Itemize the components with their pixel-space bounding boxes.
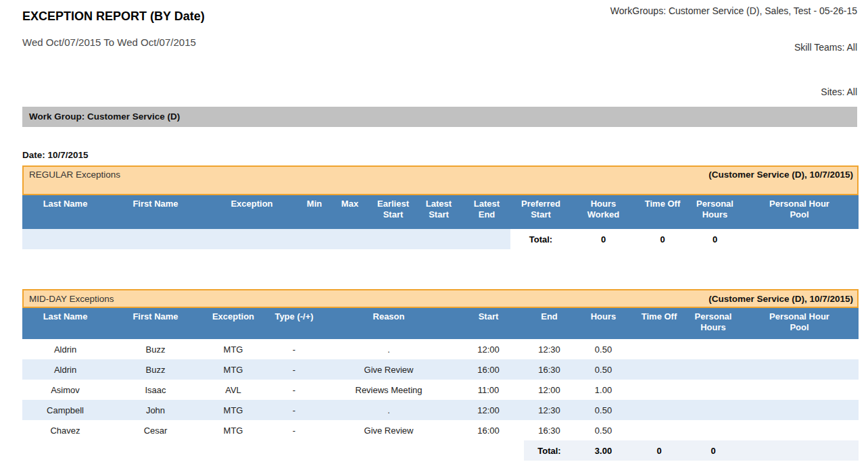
midday-total-row: Total: 3.00 0 0	[22, 440, 859, 461]
column-header-latest-start: Latest Start	[414, 195, 463, 229]
cell-hours: 0.50	[575, 339, 632, 359]
cell-type: -	[264, 380, 324, 400]
cell-end: 16:30	[524, 420, 575, 440]
column-header-personal-hour-pool: Personal Hour Pool	[740, 308, 859, 339]
cell-hours: 0.50	[575, 420, 632, 440]
midday-header-row: Last Name First Name Exception Type (-/+…	[22, 308, 859, 339]
column-header-max: Max	[328, 195, 372, 229]
cell-first: Buzz	[108, 339, 203, 359]
cell-empty	[686, 339, 740, 359]
cell-first: Cesar	[108, 420, 203, 440]
column-header-end: End	[524, 308, 575, 339]
column-header-label: Personal Hours	[694, 199, 736, 220]
column-header-time-off: Time Off	[635, 195, 690, 229]
cell-exception: MTG	[203, 339, 264, 359]
total-personal-hours: 0	[686, 440, 740, 461]
cell-empty	[740, 229, 859, 249]
total-label: Total:	[510, 229, 571, 249]
cell-empty	[632, 339, 686, 359]
cell-start: 16:00	[453, 420, 524, 440]
column-header-preferred-start: Preferred Start	[510, 195, 571, 229]
total-hours-worked: 0	[571, 229, 635, 249]
total-personal-hours: 0	[690, 229, 740, 249]
cell-exception: MTG	[203, 359, 264, 380]
column-header-start: Start	[453, 308, 524, 339]
column-header-label: Earliest Start	[372, 199, 414, 220]
column-header-hours: Hours	[575, 308, 632, 339]
column-header-personal-hours: Personal Hours	[690, 195, 740, 229]
cell-empty	[740, 380, 859, 400]
cell-empty	[740, 339, 859, 359]
column-header-reason: Reason	[324, 308, 453, 339]
column-header-label: Personal Hour Pool	[761, 311, 838, 333]
cell-end: 12:00	[524, 380, 575, 400]
exception-report-page: EXCEPTION REPORT (BY Date) Wed Oct/07/20…	[0, 0, 868, 462]
column-header-latest-end: Latest End	[463, 195, 510, 229]
column-header-last-name: Last Name	[22, 308, 108, 339]
cell-first: Isaac	[108, 380, 203, 400]
column-header-first-name: First Name	[108, 308, 203, 339]
meta-workgroups: WorkGroups: Customer Service (D), Sales,…	[610, 5, 857, 16]
column-header-exception: Exception	[203, 308, 264, 339]
column-header-first-name: First Name	[108, 195, 203, 229]
cell-end: 12:30	[524, 339, 575, 359]
total-label: Total:	[524, 440, 575, 461]
regular-total-row: Total: 0 0 0	[22, 229, 859, 249]
midday-exceptions-section: MID-DAY Exceptions (Customer Service (D)…	[22, 289, 859, 461]
cell-reason: .	[324, 339, 453, 359]
cell-empty	[740, 400, 859, 420]
cell-hours: 0.50	[575, 400, 632, 420]
cell-exception: MTG	[203, 420, 264, 440]
cell-end: 16:30	[524, 359, 575, 380]
column-header-type: Type (-/+)	[264, 308, 324, 339]
meta-skill-teams: Skill Teams: All	[794, 42, 857, 53]
cell-exception: AVL	[203, 380, 264, 400]
midday-section-header-bar: MID-DAY Exceptions (Customer Service (D)…	[22, 289, 859, 308]
cell-empty	[686, 359, 740, 380]
column-header-label: Personal Hours	[692, 311, 734, 333]
cell-empty	[686, 380, 740, 400]
table-row: ChavezCesarMTG-Give Review16:0016:300.50	[22, 420, 859, 440]
cell-exception: MTG	[203, 400, 264, 420]
empty-data-area	[22, 229, 510, 249]
page-title: EXCEPTION REPORT (BY Date)	[22, 9, 205, 24]
meta-sites: Sites: All	[821, 86, 857, 97]
cell-empty	[632, 359, 686, 380]
column-header-label: Preferred Start	[520, 199, 562, 220]
cell-reason: Reviews Meeting	[324, 380, 453, 400]
regular-header-row: Last Name First Name Exception Min Max E…	[22, 195, 859, 229]
cell-reason: Give Review	[324, 420, 453, 440]
cell-first: John	[108, 400, 203, 420]
regular-section-header-bar: REGULAR Exceptions (Customer Service (D)…	[22, 165, 859, 195]
table-row: AsimovIsaacAVL-Reviews Meeting11:0012:00…	[22, 380, 859, 400]
cell-start: 12:00	[453, 400, 524, 420]
column-header-time-off: Time Off	[632, 308, 686, 339]
regular-exceptions-table: Last Name First Name Exception Min Max E…	[22, 195, 859, 249]
midday-exceptions-table: Last Name First Name Exception Type (-/+…	[22, 308, 859, 461]
cell-type: -	[264, 359, 324, 380]
cell-first: Buzz	[108, 359, 203, 380]
cell-empty	[686, 420, 740, 440]
column-header-exception: Exception	[203, 195, 301, 229]
table-row: CampbellJohnMTG-.12:0012:300.50	[22, 400, 859, 420]
cell-last: Aldrin	[22, 339, 108, 359]
column-header-earliest-start: Earliest Start	[372, 195, 414, 229]
column-header-hours-worked: Hours Worked	[571, 195, 635, 229]
report-date-range: Wed Oct/07/2015 To Wed Oct/07/2015	[22, 36, 196, 48]
total-time-off: 0	[632, 440, 686, 461]
cell-reason: Give Review	[324, 359, 453, 380]
cell-empty	[740, 359, 859, 380]
cell-reason: .	[324, 400, 453, 420]
cell-last: Aldrin	[22, 359, 108, 380]
empty-data-area	[22, 440, 524, 461]
cell-type: -	[264, 339, 324, 359]
table-row: AldrinBuzzMTG-Give Review16:0016:300.50	[22, 359, 859, 380]
cell-hours: 0.50	[575, 359, 632, 380]
cell-start: 16:00	[453, 359, 524, 380]
date-label: Date: 10/7/2015	[22, 150, 89, 160]
table-row: AldrinBuzzMTG-.12:0012:300.50	[22, 339, 859, 359]
cell-hours: 1.00	[575, 380, 632, 400]
cell-type: -	[264, 400, 324, 420]
cell-start: 12:00	[453, 339, 524, 359]
cell-empty	[740, 420, 859, 440]
